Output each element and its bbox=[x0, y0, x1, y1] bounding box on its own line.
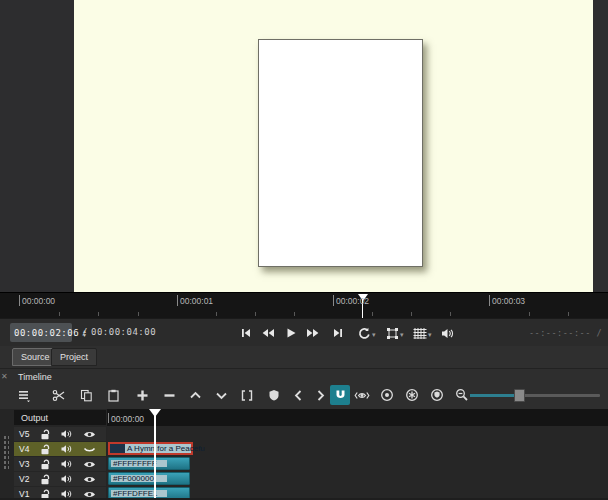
loop-menu-button[interactable] bbox=[356, 325, 372, 341]
cut-button[interactable] bbox=[48, 385, 68, 405]
ruler-label: 00:00:00 bbox=[22, 296, 55, 306]
ruler-major-tick bbox=[19, 295, 20, 306]
paste-button[interactable] bbox=[103, 385, 123, 405]
zoom-fit-menu-button[interactable] bbox=[384, 325, 400, 341]
fast-forward-button[interactable] bbox=[305, 325, 321, 341]
lock-icon[interactable] bbox=[34, 444, 56, 455]
ruler-minor-tick bbox=[98, 312, 99, 316]
lift-button[interactable] bbox=[185, 385, 205, 405]
zoom-slider-fill bbox=[470, 394, 518, 397]
eye-icon[interactable] bbox=[78, 460, 100, 469]
ruler-minor-tick bbox=[216, 312, 217, 316]
ruler-major-tick bbox=[489, 295, 490, 306]
clip-label: #FFFFFFFF bbox=[113, 460, 157, 467]
current-timecode[interactable]: 00:00:02:06 bbox=[10, 328, 79, 338]
clips-viewport[interactable]: 00:00:00 A Hymn for a Peacefu#FFFFFFFF#F… bbox=[107, 409, 608, 500]
track-name: V3 bbox=[14, 459, 34, 469]
track-name: V4 bbox=[14, 444, 34, 454]
grid-menu-button[interactable] bbox=[412, 325, 428, 341]
tab-project-label: Project bbox=[60, 352, 88, 362]
timeline-menu-button[interactable] bbox=[14, 385, 34, 405]
overwrite-button[interactable] bbox=[211, 385, 231, 405]
clip-label: A Hymn for a Peacefu bbox=[127, 444, 205, 453]
clip-v4[interactable]: A Hymn for a Peacefu bbox=[108, 442, 193, 455]
current-timecode-spinbox[interactable]: 00:00:02:06 ▲▼ bbox=[10, 323, 72, 342]
copy-button[interactable] bbox=[76, 385, 96, 405]
track-header-v4[interactable]: V4 bbox=[14, 442, 106, 456]
zoom-timeline-out-button[interactable] bbox=[452, 385, 472, 405]
ruler-major-tick bbox=[333, 295, 334, 306]
marker-button[interactable] bbox=[264, 385, 284, 405]
total-duration: 00:00:04:00 bbox=[91, 327, 156, 337]
append-button[interactable] bbox=[132, 385, 152, 405]
zoom-fit-caret-icon[interactable]: ▾ bbox=[400, 331, 404, 339]
lock-icon[interactable] bbox=[34, 429, 56, 440]
ruler-major-tick bbox=[177, 295, 178, 306]
output-label: Output bbox=[21, 413, 48, 423]
selection-duration: --:--:--:-- / bbox=[529, 328, 602, 338]
skip-previous-button[interactable] bbox=[238, 325, 254, 341]
timeline-tracks-region: Output V5V4V3V2V1 00:00:00 A Hymn for a … bbox=[0, 409, 608, 500]
zoom-slider-handle[interactable] bbox=[514, 389, 525, 402]
clip-v3[interactable]: #FFFFFFFF bbox=[108, 457, 190, 470]
timeline-panel-title: Timeline bbox=[18, 372, 52, 382]
timecode-separator: / bbox=[82, 327, 87, 337]
track-name: V2 bbox=[14, 474, 34, 484]
timeline-panel: ✕ Timeline bbox=[0, 368, 608, 500]
timeline-playhead-line bbox=[154, 409, 156, 500]
lock-icon[interactable] bbox=[34, 474, 56, 485]
eye-icon[interactable] bbox=[78, 430, 100, 439]
snap-toggle[interactable] bbox=[330, 385, 350, 405]
ruler-minor-tick bbox=[294, 312, 295, 316]
ruler-label: 00:00:01 bbox=[180, 296, 213, 306]
track-header-v2[interactable]: V2 bbox=[14, 472, 106, 486]
player-time-ruler[interactable]: 00:00:0000:00:0100:00:0200:00:03 bbox=[0, 292, 608, 319]
clip-thumbnail bbox=[110, 444, 125, 453]
player-tab-bar: Source Project bbox=[0, 346, 608, 368]
split-button[interactable] bbox=[237, 385, 257, 405]
timeline-ruler[interactable]: 00:00:00 bbox=[107, 409, 608, 426]
skip-next-button[interactable] bbox=[330, 325, 346, 341]
preview-document bbox=[258, 39, 423, 267]
ruler-minor-tick bbox=[450, 312, 451, 316]
loop-menu-caret-icon[interactable]: ▾ bbox=[372, 331, 376, 339]
track-name: V5 bbox=[14, 429, 34, 439]
eye-closed-icon[interactable] bbox=[78, 445, 100, 454]
ruler-label: 00:00:02 bbox=[336, 296, 369, 306]
tab-project[interactable]: Project bbox=[51, 348, 97, 366]
ruler-minor-tick bbox=[138, 312, 139, 316]
play-button[interactable] bbox=[283, 325, 299, 341]
clip-label: #FFFDFFE1 bbox=[113, 490, 157, 497]
tab-source-label: Source bbox=[21, 352, 50, 362]
video-preview-panel bbox=[0, 0, 608, 292]
previous-marker-button[interactable] bbox=[288, 385, 308, 405]
ripple-toggle[interactable] bbox=[377, 385, 397, 405]
rewind-button[interactable] bbox=[260, 325, 276, 341]
clip-label-strip: #FFFFFFFF bbox=[111, 460, 167, 467]
speaker-icon[interactable] bbox=[56, 429, 78, 439]
speaker-icon[interactable] bbox=[56, 444, 78, 454]
ripple-all-tracks-toggle[interactable] bbox=[402, 385, 422, 405]
clip-label: #FF000000 bbox=[113, 475, 154, 482]
scrub-while-dragging-toggle[interactable] bbox=[352, 385, 372, 405]
track-header-v5[interactable]: V5 bbox=[14, 427, 106, 441]
eye-icon[interactable] bbox=[78, 475, 100, 484]
speaker-icon[interactable] bbox=[56, 459, 78, 469]
dock-float-icon[interactable]: ✕ bbox=[1, 372, 8, 381]
ripple-delete-button[interactable] bbox=[159, 385, 179, 405]
speaker-icon[interactable] bbox=[56, 474, 78, 484]
track-header-v3[interactable]: V3 bbox=[14, 457, 106, 471]
next-marker-button[interactable] bbox=[310, 385, 330, 405]
ripple-markers-toggle[interactable] bbox=[427, 385, 447, 405]
ruler-label: 00:00:03 bbox=[492, 296, 525, 306]
ruler-tick bbox=[108, 413, 109, 423]
volume-button[interactable] bbox=[440, 325, 456, 341]
grid-menu-caret-icon[interactable]: ▾ bbox=[428, 331, 432, 339]
lock-icon[interactable] bbox=[34, 459, 56, 470]
dock-drag-handle[interactable] bbox=[3, 435, 9, 471]
clip-v2[interactable]: #FF000000 bbox=[108, 472, 190, 485]
output-track-button[interactable]: Output bbox=[14, 410, 106, 425]
ruler-minor-tick bbox=[568, 312, 569, 316]
ruler-minor-tick bbox=[411, 312, 412, 316]
timeline-zoom-slider[interactable] bbox=[470, 391, 600, 399]
